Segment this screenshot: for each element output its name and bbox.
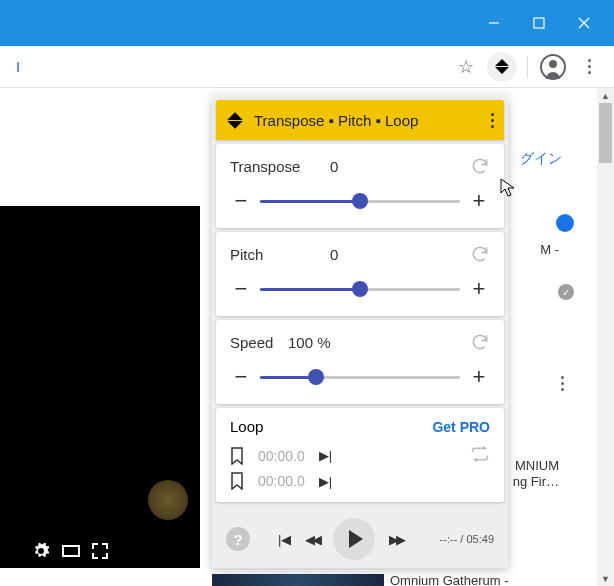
window-minimize-button[interactable] (471, 0, 516, 46)
pitch-value: 0 (308, 246, 470, 263)
scroll-up-arrow[interactable]: ▲ (601, 91, 610, 100)
next-video-title[interactable]: Omnium Gatherum - (390, 573, 508, 586)
speed-slider[interactable] (260, 376, 460, 379)
transpose-popup: Transpose ▪ Pitch ▪ Loop Transpose 0 − +… (212, 96, 508, 568)
transpose-reset-button[interactable] (470, 156, 490, 176)
bg-text-m: M - (540, 242, 559, 257)
loop-start-time[interactable]: 00:00.0 (258, 448, 305, 464)
settings-gear-icon[interactable] (32, 542, 50, 560)
pitch-minus-button[interactable]: − (230, 278, 252, 300)
profile-avatar-button[interactable] (538, 52, 568, 82)
window-titlebar (0, 0, 614, 46)
next-video-thumbnail[interactable] (212, 574, 384, 586)
transpose-minus-button[interactable]: − (230, 190, 252, 212)
pitch-reset-button[interactable] (470, 244, 490, 264)
speed-plus-button[interactable]: + (468, 366, 490, 388)
window-maximize-button[interactable] (516, 0, 561, 46)
playback-time: --:-- / 05:49 (440, 533, 494, 545)
loop-start-bookmark-icon[interactable] (230, 447, 244, 465)
loop-end-skip-button[interactable]: ▶| (319, 474, 332, 489)
transpose-extension-icon (493, 58, 511, 76)
loop-card: Loop Get PRO 00:00.0 ▶| 00:00.0 ▶| (216, 408, 504, 502)
verified-badge-icon: ✓ (558, 284, 574, 300)
loop-start-skip-button[interactable]: ▶| (319, 448, 332, 463)
pitch-card: Pitch 0 − + (216, 232, 504, 316)
play-button[interactable] (333, 518, 375, 560)
get-pro-link[interactable]: Get PRO (432, 419, 490, 435)
loop-end-bookmark-icon[interactable] (230, 472, 244, 490)
pitch-label: Pitch (230, 246, 308, 263)
popup-menu-button[interactable] (491, 113, 494, 128)
bookmark-star-icon[interactable]: ☆ (451, 52, 481, 82)
video-item-menu-button[interactable] (561, 376, 564, 391)
channel-emblem-icon (148, 480, 188, 520)
toolbar-divider (527, 56, 528, 78)
vertical-scrollbar[interactable]: ▲ ▼ (597, 88, 614, 586)
transpose-slider[interactable] (260, 200, 460, 203)
loop-end-time[interactable]: 00:00.0 (258, 473, 305, 489)
play-icon (349, 530, 363, 548)
video-controls (32, 542, 108, 560)
transpose-value: 0 (308, 158, 470, 175)
transpose-label: Transpose (230, 158, 308, 175)
svg-rect-1 (534, 18, 544, 28)
scroll-down-arrow[interactable]: ▼ (601, 574, 610, 583)
transpose-card: Transpose 0 − + (216, 144, 504, 228)
popup-logo-icon (225, 110, 245, 130)
extension-button[interactable] (487, 52, 517, 82)
rewind-button[interactable]: ◀◀ (305, 532, 319, 547)
forward-button[interactable]: ▶▶ (389, 532, 403, 547)
pitch-plus-button[interactable]: + (468, 278, 490, 300)
browser-menu-button[interactable] (574, 52, 604, 82)
page-content: ▲ ▼ グイン M - ✓ MNIUM ng Fir… Omnium Gathe… (0, 88, 614, 586)
speed-reset-button[interactable] (470, 332, 490, 352)
url-fragment: I (16, 58, 20, 75)
speed-label: Speed (230, 334, 288, 351)
prev-track-button[interactable]: |◀ (278, 532, 291, 547)
fullscreen-icon[interactable] (92, 543, 108, 559)
thumb-text-b: ng Fir… (513, 474, 559, 489)
loop-label: Loop (230, 418, 263, 435)
login-link[interactable]: グイン (520, 150, 562, 168)
avatar-icon (540, 54, 566, 80)
address-bar-area[interactable]: I (10, 58, 445, 75)
video-player[interactable] (0, 206, 200, 568)
transpose-plus-button[interactable]: + (468, 190, 490, 212)
popup-header: Transpose ▪ Pitch ▪ Loop (216, 100, 504, 140)
speed-minus-button[interactable]: − (230, 366, 252, 388)
loop-repeat-button[interactable] (470, 445, 490, 466)
player-controls: ? |◀ ◀◀ ▶▶ --:-- / 05:49 (212, 506, 508, 568)
scroll-thumb[interactable] (599, 103, 612, 163)
help-button[interactable]: ? (226, 527, 250, 551)
speed-card: Speed 100 % − + (216, 320, 504, 404)
theater-mode-icon[interactable] (62, 545, 80, 557)
popup-title: Transpose ▪ Pitch ▪ Loop (254, 112, 481, 129)
pitch-slider[interactable] (260, 288, 460, 291)
browser-toolbar: I ☆ (0, 46, 614, 88)
speed-value: 100 % (288, 334, 470, 351)
autoplay-toggle[interactable] (556, 214, 574, 232)
thumb-text-a: MNIUM (515, 458, 559, 473)
window-close-button[interactable] (561, 0, 606, 46)
